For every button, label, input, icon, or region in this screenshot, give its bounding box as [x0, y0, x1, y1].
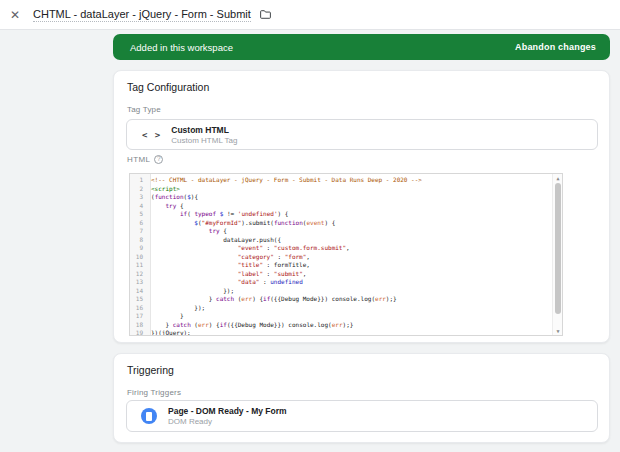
tag-configuration-title: Tag Configuration: [114, 71, 609, 93]
editor-scrollbar[interactable]: ▲ ▼: [552, 174, 562, 335]
code-line: 17 }: [130, 312, 552, 321]
abandon-changes-button[interactable]: Abandon changes: [515, 42, 596, 52]
code-line: 4 try {: [130, 202, 552, 211]
html-code-editor[interactable]: 1<!-- CHTML - dataLayer - jQuery - Form …: [129, 173, 563, 336]
firing-triggers-label: Firing Triggers: [114, 376, 609, 397]
folder-icon[interactable]: [259, 8, 272, 21]
banner-message: Added in this workspace: [130, 42, 233, 53]
scroll-down-icon[interactable]: ▼: [553, 327, 563, 335]
close-icon[interactable]: ✕: [0, 8, 30, 22]
code-line: 2<script>: [130, 185, 552, 194]
tag-name-title[interactable]: CHTML - dataLayer - jQuery - Form - Subm…: [33, 8, 251, 22]
firing-trigger-row[interactable]: Page - DOM Ready - My Form DOM Ready: [126, 400, 598, 432]
trigger-name: Page - DOM Ready - My Form: [168, 406, 287, 416]
page-trigger-icon: [141, 408, 157, 424]
scrollbar-thumb[interactable]: [555, 183, 561, 314]
code-line: 7 try {: [130, 227, 552, 236]
triggering-card: Triggering Firing Triggers Page - DOM Re…: [113, 353, 610, 443]
tag-type-name: Custom HTML: [171, 125, 237, 135]
tag-configuration-card: Tag Configuration Tag Type < > Custom HT…: [113, 70, 610, 343]
code-line: 8 dataLayer.push({: [130, 236, 552, 245]
content-area: Added in this workspace Abandon changes …: [0, 30, 620, 452]
code-line: 15 } catch (err) {if({{Debug Mode}}) con…: [130, 295, 552, 304]
html-field-header: HTML ?: [127, 155, 163, 164]
html-label: HTML: [127, 155, 150, 164]
code-line: 13 "data" : undefined: [130, 278, 552, 287]
scroll-up-icon[interactable]: ▲: [553, 174, 563, 182]
code-line: 19})(jQuery);: [130, 329, 552, 336]
workspace-banner: Added in this workspace Abandon changes: [113, 34, 610, 60]
code-lines: 1<!-- CHTML - dataLayer - jQuery - Form …: [130, 176, 552, 336]
code-line: 10 "category" : "form",: [130, 253, 552, 262]
code-line: 6 $("#myFormId").submit(function(event) …: [130, 219, 552, 228]
code-line: 12 "label" : "submit",: [130, 270, 552, 279]
topbar: ✕ CHTML - dataLayer - jQuery - Form - Su…: [0, 0, 620, 30]
code-line: 14 });: [130, 287, 552, 296]
trigger-type: DOM Ready: [168, 417, 287, 426]
code-line: 1<!-- CHTML - dataLayer - jQuery - Form …: [130, 176, 552, 185]
help-icon[interactable]: ?: [154, 155, 163, 164]
triggering-title: Triggering: [114, 354, 609, 376]
tag-type-description: Custom HTML Tag: [171, 136, 237, 145]
code-line: 11 "title" : formTitle,: [130, 261, 552, 270]
code-line: 9 "event" : "custom.form.submit",: [130, 244, 552, 253]
code-line: 16 });: [130, 304, 552, 313]
code-brackets-icon: < >: [142, 130, 161, 140]
code-line: 3(function($){: [130, 193, 552, 202]
tag-type-label: Tag Type: [114, 93, 609, 114]
code-line: 5 if( typeof $ != 'undefined') {: [130, 210, 552, 219]
code-line: 18 } catch (err) {if({{Debug Mode}}) con…: [130, 321, 552, 330]
tag-type-selector[interactable]: < > Custom HTML Custom HTML Tag: [126, 119, 598, 150]
